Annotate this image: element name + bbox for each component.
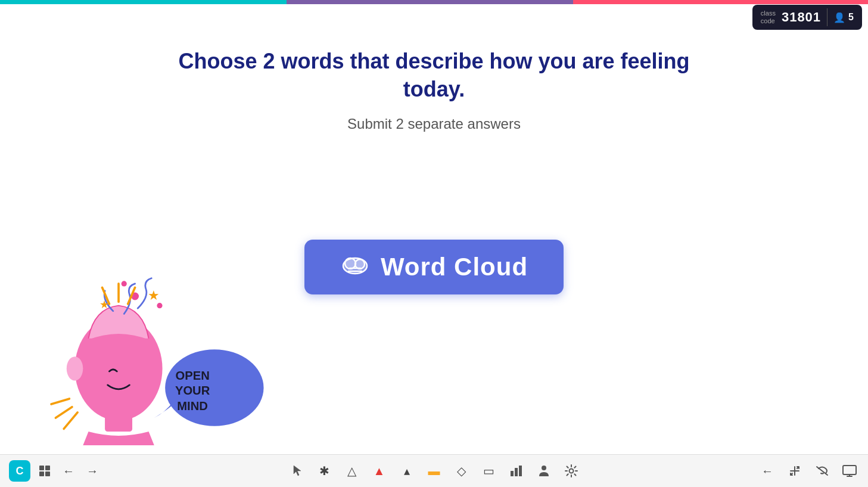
class-code-label-group: class code [761,10,776,25]
display-tool[interactable] [840,461,859,480]
svg-point-13 [122,281,127,286]
svg-point-30 [542,466,546,470]
progress-segment-3 [573,0,868,4]
svg-rect-24 [45,466,50,470]
class-label-line1: class [761,10,776,17]
bottom-toolbar: C ← → ✱ △ ▲ ▴ ▬ ◇ ▭ [0,454,868,487]
svg-rect-7 [105,415,132,432]
svg-text:OPEN: OPEN [175,369,209,382]
triangle-outline-tool[interactable]: △ [343,461,362,480]
svg-text:MIND: MIND [177,399,208,412]
progress-segment-2 [287,0,573,4]
whiteboard-tool[interactable]: ▭ [480,461,499,480]
question-title: Choose 2 words that describe how you are… [166,48,702,104]
svg-point-6 [67,356,83,380]
svg-rect-25 [39,472,44,476]
svg-text:★: ★ [148,288,160,303]
laser-tool[interactable]: ✱ [315,461,334,480]
svg-line-17 [64,412,77,429]
svg-text:YOUR: YOUR [175,384,210,397]
illustration: OPEN YOUR MIND ★ ★ [18,243,274,445]
participants-number: 5 [848,12,854,23]
triangle-filled-tool[interactable]: ▲ [370,461,389,480]
pointer-tool[interactable] [288,461,307,480]
back-nav-button[interactable]: ← [758,461,777,480]
svg-rect-32 [843,466,856,474]
subtitle: Submit 2 separate answers [347,116,521,132]
classpoint-logo[interactable]: C [9,460,30,482]
word-cloud-label: Word Cloud [381,253,528,281]
chart-tool[interactable] [507,461,526,480]
people-tool[interactable] [534,461,553,480]
forward-button[interactable]: → [83,461,102,480]
svg-rect-27 [511,471,514,476]
svg-rect-26 [45,472,50,476]
eraser-tool[interactable]: ◇ [452,461,471,480]
grid-view-button[interactable] [35,461,54,480]
expand-button[interactable] [785,461,804,480]
class-code-number: 31801 [782,10,821,25]
svg-point-2 [355,259,365,269]
participants-count: 👤 5 [833,12,854,23]
toolbar-left: C ← → [9,460,102,482]
word-cloud-button[interactable]: Word Cloud [304,240,564,294]
text-tool[interactable]: ▴ [397,461,416,480]
settings-tool[interactable] [562,461,581,480]
svg-rect-29 [519,466,522,476]
svg-point-1 [345,258,356,269]
toolbar-center: ✱ △ ▲ ▴ ▬ ◇ ▭ [288,461,581,480]
highlighter-tool[interactable]: ▬ [425,461,444,480]
progress-segment-1 [0,0,287,4]
cloud-icon [340,253,370,281]
svg-point-14 [157,303,162,308]
toolbar-right: ← [758,461,859,480]
back-button[interactable]: ← [59,461,78,480]
progress-bar [0,0,868,4]
svg-line-18 [55,407,72,418]
hide-tool[interactable] [813,461,832,480]
svg-rect-28 [515,468,518,476]
svg-point-31 [569,469,573,473]
participants-icon: 👤 [833,12,845,23]
svg-rect-23 [39,466,44,470]
svg-line-19 [51,399,69,404]
